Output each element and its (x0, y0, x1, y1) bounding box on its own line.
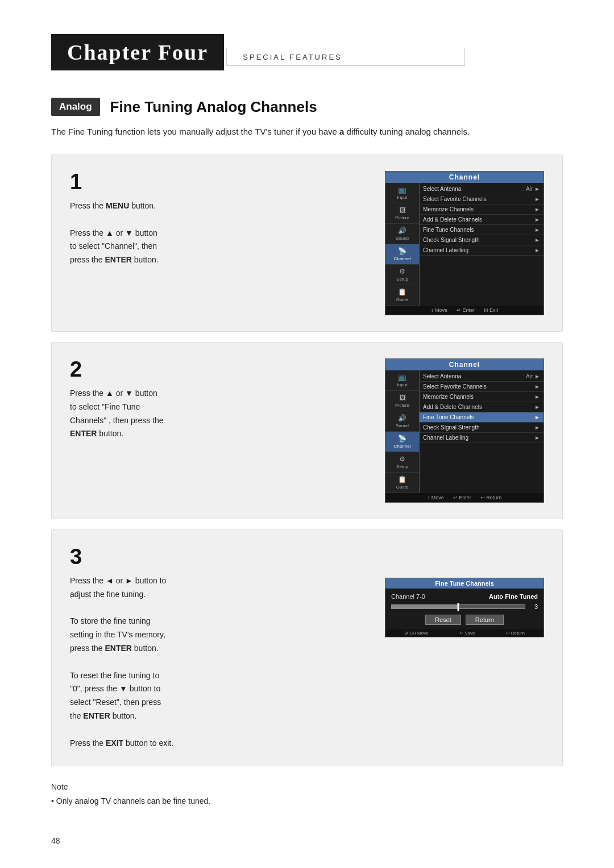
sound2-icon: 🔊 (398, 414, 406, 422)
section-title: Fine Tuning Analog Channels (110, 98, 317, 116)
fine-tuning-section: Analog Fine Tuning Analog Channels The F… (51, 98, 563, 766)
chapter-title: Chapter Four (67, 40, 208, 65)
menu2-row-labelling: Channel Labelling ► (420, 433, 544, 443)
sidebar2-picture: 🖼 Picture (385, 391, 419, 411)
menu2-row-add-delete: Add & Delete Channels ► (420, 402, 544, 412)
channel-icon: 📡 (398, 247, 406, 255)
picture2-icon: 🖼 (399, 394, 406, 402)
tv-menu-1: Channel 📺 Input 🖼 Picture 🔊 (385, 171, 544, 315)
fine-tune-header: Fine Tune Channels (385, 578, 544, 589)
step-1-box: 1 Press the MENU button. Press the ▲ or … (51, 155, 563, 332)
chapter-subtitle: Special Features (243, 53, 342, 61)
tv-menu-2-header: Channel (385, 359, 544, 370)
fine-tune-slider-value: 3 (529, 603, 538, 610)
menu2-row-antenna: Select Antenna : Air ► (420, 372, 544, 382)
sidebar-channel: 📡 Channel (385, 244, 419, 265)
picture-icon: 🖼 (399, 206, 406, 214)
step-1-content: 1 Press the MENU button. Press the ▲ or … (70, 171, 367, 267)
menu2-row-fine-tune-highlight: Fine Tune Channels ► (420, 412, 544, 423)
sidebar-picture: 🖼 Picture (385, 203, 419, 224)
fine-tune-slider (391, 604, 525, 609)
step-2-text: Press the ▲ or ▼ button to select "Fine … (70, 387, 367, 441)
setup-icon: ⚙ (399, 268, 405, 276)
menu-row-add-delete: Add & Delete Channels ► (420, 215, 544, 225)
tv-menu-1-body: 📺 Input 🖼 Picture 🔊 Sound 📡 (385, 183, 544, 306)
sidebar2-input: 📺 Input (385, 370, 419, 391)
menu-row-fine-tune: Fine Tune Channels ► (420, 225, 544, 235)
tv-menu-2-sidebar: 📺 Input 🖼 Picture 🔊 Sound 📡 (385, 370, 420, 493)
note-item-1: Only analog TV channels can be fine tune… (51, 795, 563, 807)
fine-tune-buttons: Reset Return (391, 615, 538, 625)
menu2-row-memorize: Memorize Channels ► (420, 392, 544, 402)
step-1-number: 1 (70, 171, 367, 193)
menu-row-signal: Check Signal Strength ► (420, 235, 544, 245)
guide-icon: 📋 (398, 288, 406, 296)
tv-menu-1-header: Channel (385, 172, 544, 183)
input-icon: 📺 (398, 186, 406, 194)
tv-menu-1-content: Select Antenna : Air ► Select Favorite C… (420, 183, 544, 306)
input2-icon: 📺 (398, 373, 406, 381)
menu-row-labelling: Channel Labelling ► (420, 245, 544, 256)
step-3-number: 3 (70, 546, 367, 567)
chapter-header-block: Chapter Four Special Features (51, 34, 563, 70)
sidebar2-channel: 📡 Channel (385, 432, 419, 452)
fine-tune-channel-label: Channel 7-0 (391, 593, 425, 600)
sidebar-sound: 🔊 Sound (385, 224, 419, 244)
sidebar2-sound: 🔊 Sound (385, 411, 419, 432)
menu-row-favorites: Select Favorite Channels ► (420, 194, 544, 205)
menu2-row-favorites: Select Favorite Channels ► (420, 382, 544, 392)
page-number: 48 (51, 836, 60, 845)
chapter-title-bar: Chapter Four (51, 34, 224, 70)
guide2-icon: 📋 (398, 475, 406, 483)
step-3-content: 3 Press the ◄ or ► button to adjust the … (70, 546, 367, 750)
tv-menu-2-content: Select Antenna : Air ► Select Favorite C… (420, 370, 544, 493)
step-2-number: 2 (70, 358, 367, 380)
tv-menu-2-body: 📺 Input 🖼 Picture 🔊 Sound 📡 (385, 370, 544, 493)
setup2-icon: ⚙ (399, 455, 405, 463)
chapter-subtitle-bar: Special Features (226, 48, 465, 66)
fine-tune-menu-container: Fine Tune Channels Channel 7-0 Auto Fine… (385, 569, 544, 637)
menu-row-antenna: Select Antenna : Air ► (420, 184, 544, 194)
fine-tune-menu: Fine Tune Channels Channel 7-0 Auto Fine… (385, 578, 544, 637)
tv-menu-2: Channel 📺 Input 🖼 Picture 🔊 (385, 358, 544, 503)
note-title: Note (51, 782, 563, 791)
fine-tune-slider-fill (392, 605, 458, 608)
step-3-box: 3 Press the ◄ or ► button to adjust the … (51, 529, 563, 766)
fine-tune-footer: ⊕ CH Move ↵ Save ↩ Return (385, 629, 544, 637)
step-2-box: 2 Press the ▲ or ▼ button to select "Fin… (51, 342, 563, 519)
fine-tune-body: Channel 7-0 Auto Fine Tuned 3 Reset (385, 589, 544, 629)
tv-menu-2-footer: ↕ Move ↵ Enter ↩ Return (385, 493, 544, 502)
sidebar2-setup: ⚙ Setup (385, 452, 419, 473)
fine-tune-slider-thumb (458, 603, 459, 611)
menu2-row-signal: Check Signal Strength ► (420, 423, 544, 433)
fine-tune-channel-value: Auto Fine Tuned (489, 593, 538, 600)
step-3-text: Press the ◄ or ► button to adjust the fi… (70, 574, 367, 750)
channel2-icon: 📡 (398, 435, 406, 443)
sidebar-guide: 📋 Guide (385, 285, 419, 306)
menu-row-memorize: Memorize Channels ► (420, 205, 544, 215)
sidebar-setup: ⚙ Setup (385, 265, 419, 285)
step-2-content: 2 Press the ▲ or ▼ button to select "Fin… (70, 358, 367, 441)
note-section: Note Only analog TV channels can be fine… (51, 782, 563, 807)
section-header: Analog Fine Tuning Analog Channels (51, 98, 563, 116)
sidebar2-guide: 📋 Guide (385, 473, 419, 493)
section-intro: The Fine Tuning function lets you manual… (51, 125, 563, 139)
tv-menu-1-sidebar: 📺 Input 🖼 Picture 🔊 Sound 📡 (385, 183, 420, 306)
step-1-text: Press the MENU button. Press the ▲ or ▼ … (70, 199, 367, 267)
sidebar-input: 📺 Input (385, 183, 419, 203)
fine-tune-slider-row: 3 (391, 603, 538, 610)
sound-icon: 🔊 (398, 227, 406, 235)
reset-button[interactable]: Reset (425, 615, 461, 625)
analog-badge: Analog (51, 98, 100, 116)
return-button[interactable]: Return (466, 615, 504, 625)
fine-tune-channel-row: Channel 7-0 Auto Fine Tuned (391, 593, 538, 600)
tv-menu-1-footer: ↕ Move ↵ Enter III Exit (385, 306, 544, 315)
